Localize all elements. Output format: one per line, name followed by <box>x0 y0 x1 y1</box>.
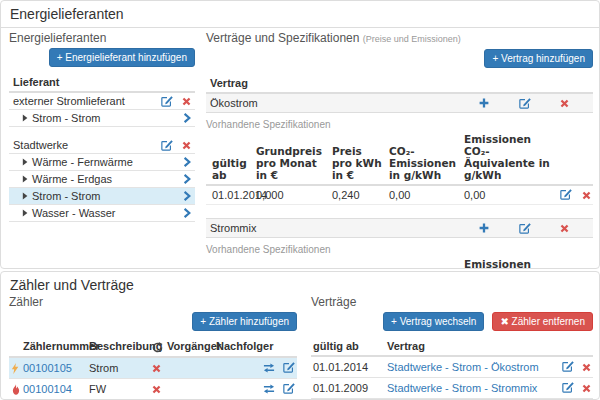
edit-supplier-icon[interactable] <box>161 139 173 151</box>
spec-header-valid-from: gültig ab <box>206 131 256 185</box>
spec-header-co2-equiv: Emissionen CO₂-Äquivalente in g/kWh <box>464 256 560 269</box>
contract-valid-from: 01.01.2009 <box>311 378 385 399</box>
transfer-icon[interactable] <box>263 363 275 373</box>
contract-block: Ökostrom Vorhandene Spezifikationen gült… <box>206 94 593 205</box>
spec-header-kwh-price: Preis pro kWh in € <box>332 256 389 269</box>
supplier-medium-row[interactable]: Wärme - Fernwärme <box>9 154 195 171</box>
spec-co2: 0,00 <box>389 185 464 205</box>
spec-header-co2-equiv: Emissionen CO₂-Äquivalente in g/kWh <box>464 131 560 185</box>
suppliers-section-label: Energielieferanten <box>9 32 195 45</box>
chevron-right-icon[interactable] <box>183 157 191 167</box>
delete-contract-icon[interactable] <box>560 222 569 234</box>
edit-supplier-icon[interactable] <box>161 95 173 107</box>
meter-description: Strom <box>87 357 150 379</box>
add-contract-button[interactable]: + Vertrag hinzufügen <box>484 49 593 68</box>
spec-header-kwh-price: Preis pro kWh in € <box>332 131 389 185</box>
supplier-medium-label: Wärme - Erdgas <box>32 173 183 185</box>
add-supplier-button[interactable]: + Energielieferant hinzufügen <box>49 48 195 67</box>
specs-label: Vorhandene Spezifikationen <box>206 244 593 255</box>
meters-contracts-panel: Zähler und Verträge Zähler + Zähler hinz… <box>0 271 600 400</box>
remove-link-icon[interactable] <box>150 378 165 399</box>
supplier-row: externer Stromlieferant <box>9 93 195 110</box>
remove-meter-button[interactable]: ✖ Zähler entfernen <box>492 312 593 331</box>
meter-contract-row: 01.01.2009 Stadtwerke - Strom - Strommix <box>311 378 593 399</box>
contract-row: Ökostrom <box>206 94 593 113</box>
supplier-row: Stadtwerke <box>9 137 195 154</box>
delete-meter-contract-icon[interactable] <box>582 384 591 393</box>
supplier-medium-label: Wasser - Wasser <box>32 207 183 219</box>
delete-meter-contract-icon[interactable] <box>582 363 591 372</box>
energy-suppliers-panel: Energielieferanten Energielieferanten + … <box>0 0 600 269</box>
contract-block: Strommix Vorhandene Spezifikationen gült… <box>206 218 593 269</box>
supplier-medium-row[interactable]: Wärme - Erdgas <box>9 171 195 188</box>
meter-contract-row: 01.01.2014 Stadtwerke - Strom - Ökostrom <box>311 356 593 378</box>
delete-spec-icon[interactable] <box>582 191 591 200</box>
edit-contract-icon[interactable] <box>519 222 531 234</box>
spec-header-base-price: Grundpreis pro Monat in € <box>256 256 332 269</box>
delete-contract-icon[interactable] <box>560 97 569 109</box>
transfer-icon[interactable] <box>263 384 275 394</box>
meter-contracts-table: gültig ab Vertrag 01.01.2014 Stadtwerke … <box>311 337 593 399</box>
meter-description: FW <box>87 378 150 399</box>
meter-row[interactable]: 00100104 FW <box>9 378 297 399</box>
chevron-right-icon[interactable] <box>183 191 191 201</box>
contracts-header-valid-from: gültig ab <box>311 337 385 356</box>
edit-contract-icon[interactable] <box>519 97 531 109</box>
contract-link[interactable]: Stadtwerke - Strom - Ökostrom <box>387 361 539 373</box>
edit-meter-contract-icon[interactable] <box>562 360 574 372</box>
contract-name: Ökostrom <box>210 97 479 109</box>
spec-valid-from: 01.01.2014 <box>206 185 256 205</box>
delete-supplier-icon[interactable] <box>182 97 191 106</box>
triangle-icon <box>22 209 28 217</box>
supplier-medium-row-selected[interactable]: Strom - Strom <box>9 188 195 205</box>
contract-valid-from: 01.01.2014 <box>311 356 385 378</box>
spec-row: 01.01.2014 0,000 0,240 0,00 0,00 <box>206 185 593 205</box>
add-meter-button[interactable]: + Zähler hinzufügen <box>192 312 297 331</box>
spec-co2-equiv: 0,00 <box>464 185 560 205</box>
remove-link-icon[interactable] <box>150 357 165 379</box>
specs-label: Vorhandene Spezifikationen <box>206 119 593 130</box>
contracts-section-label: Verträge und Spezifikationen <box>206 31 359 45</box>
triangle-icon <box>22 114 28 122</box>
switch-contract-button[interactable]: + Vertrag wechseln <box>383 312 484 331</box>
specifications-table: gültig ab Grundpreis pro Monat in € Prei… <box>206 131 593 205</box>
meters-header-predecessor: Vorgänger <box>165 337 214 357</box>
supplier-table-header: Lieferant <box>9 73 195 93</box>
meter-contracts-column: Verträge + Vertrag wechseln ✖ Zähler ent… <box>311 296 593 400</box>
contracts-column: Verträge und Spezifikationen (Preise und… <box>206 32 593 269</box>
edit-meter-icon[interactable] <box>283 361 295 373</box>
bolt-icon <box>9 357 21 379</box>
add-specification-icon[interactable] <box>479 222 489 234</box>
supplier-group: Stadtwerke Wärme - Fernwärme Wärme - Erd… <box>9 137 195 222</box>
supplier-medium-label: Wärme - Fernwärme <box>32 156 183 168</box>
spec-header-valid-from: gültig ab <box>206 256 256 269</box>
edit-meter-contract-icon[interactable] <box>562 381 574 393</box>
specifications-table: gültig ab Grundpreis pro Monat in € Prei… <box>206 256 593 269</box>
supplier-medium-row[interactable]: Wasser - Wasser <box>9 205 195 222</box>
chevron-right-icon[interactable] <box>183 208 191 218</box>
meter-row-selected[interactable]: 00100105 Strom <box>9 357 297 379</box>
contract-row: Strommix <box>206 218 593 238</box>
panel-title-energielieferanten: Energielieferanten <box>1 1 599 28</box>
edit-meter-icon[interactable] <box>283 382 295 394</box>
supplier-name: externer Stromlieferant <box>13 95 161 107</box>
delete-supplier-icon[interactable] <box>182 141 191 150</box>
contract-link[interactable]: Stadtwerke - Strom - Strommix <box>387 382 537 394</box>
triangle-icon <box>22 158 28 166</box>
panel-title-zaehler-vertraege: Zähler und Verträge <box>1 272 599 298</box>
spec-header-co2: CO₂-Emissionen in g/kWh <box>389 256 464 269</box>
triangle-icon <box>22 192 28 200</box>
supplier-name: Stadtwerke <box>13 139 161 151</box>
chevron-right-icon[interactable] <box>183 174 191 184</box>
meters-header-successor: Nachfolger <box>214 337 261 357</box>
spec-header-co2: CO₂-Emissionen in g/kWh <box>389 131 464 185</box>
meter-number-link[interactable]: 00100104 <box>23 383 72 395</box>
edit-spec-icon[interactable] <box>560 188 572 200</box>
flame-icon <box>9 378 21 399</box>
meter-number-link[interactable]: 00100105 <box>23 362 72 374</box>
chevron-right-icon[interactable] <box>183 113 191 123</box>
add-specification-icon[interactable] <box>479 97 489 109</box>
contracts-header-contract: Vertrag <box>385 337 557 356</box>
spec-kwh-price: 0,240 <box>332 185 389 205</box>
supplier-medium-row[interactable]: Strom - Strom <box>9 110 195 127</box>
